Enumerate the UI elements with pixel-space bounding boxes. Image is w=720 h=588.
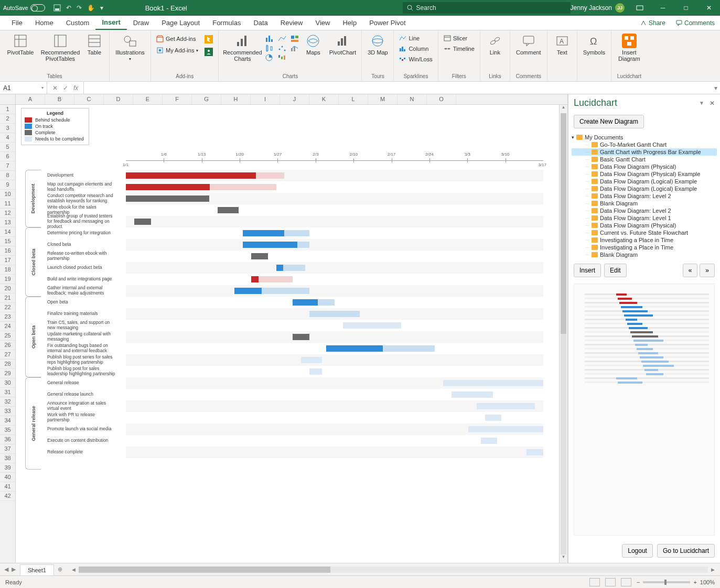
ribbon-display-icon[interactable] xyxy=(632,3,648,13)
document-item[interactable]: ⋯Gantt Chart with Progress Bar Example xyxy=(572,148,717,156)
taskpane-close-icon[interactable]: ✕ xyxy=(710,100,715,107)
name-box[interactable]: A1 ▾ xyxy=(0,82,47,94)
tree-root[interactable]: ▾ My Documents xyxy=(572,134,717,141)
prev-page-button[interactable]: « xyxy=(683,264,698,277)
people-graph-addin-icon[interactable] xyxy=(202,46,215,58)
gantt-bar[interactable] xyxy=(251,253,268,259)
waterfall-chart-icon[interactable] xyxy=(277,53,287,62)
pivotchart-button[interactable]: PivotChart xyxy=(327,31,358,56)
sparkline-column-button[interactable]: Column xyxy=(397,44,434,53)
cells-grid[interactable]: Legend Behind scheduleOn trackCompleteNe… xyxy=(16,105,559,563)
row-header[interactable]: 27 xyxy=(0,350,15,360)
sparkline-winloss-button[interactable]: Win/Loss xyxy=(397,55,434,64)
column-header[interactable]: E xyxy=(133,94,163,104)
user-account[interactable]: Jenny Jackson JJ xyxy=(571,3,625,13)
select-all-corner[interactable] xyxy=(0,94,16,104)
expand-formula-bar-icon[interactable]: ▾ xyxy=(712,82,720,94)
tab-file[interactable]: File xyxy=(5,16,29,30)
recommended-charts-button[interactable]: Recommended Charts xyxy=(222,31,263,62)
recommended-pivottables-button[interactable]: Recommended PivotTables xyxy=(40,31,81,62)
page-break-view-button[interactable] xyxy=(621,578,631,586)
gantt-bar[interactable] xyxy=(301,357,322,363)
row-header[interactable]: 29 xyxy=(0,369,15,378)
row-header[interactable]: 32 xyxy=(0,397,15,407)
pivottable-button[interactable]: PivotTable xyxy=(3,31,38,56)
document-item[interactable]: ⋯Blank Diagram xyxy=(572,200,717,207)
row-header[interactable]: 5 xyxy=(0,143,15,152)
gantt-bar[interactable] xyxy=(234,288,309,294)
row-header[interactable]: 4 xyxy=(0,133,15,143)
column-header[interactable]: A xyxy=(16,94,45,104)
formula-input[interactable] xyxy=(84,82,712,94)
logout-button[interactable]: Logout xyxy=(622,544,653,558)
column-header[interactable]: D xyxy=(104,94,133,104)
column-header[interactable]: O xyxy=(427,94,456,104)
sheet-nav-next-icon[interactable]: ▶ xyxy=(12,566,16,573)
row-header[interactable]: 41 xyxy=(0,482,15,492)
my-addins-button[interactable]: My Add-ins ▾ xyxy=(154,45,200,56)
row-header[interactable]: 11 xyxy=(0,199,15,209)
zoom-in-icon[interactable]: + xyxy=(693,579,696,585)
bing-maps-addin-icon[interactable] xyxy=(202,34,215,45)
column-header[interactable]: C xyxy=(74,94,104,104)
maps-button[interactable]: Maps xyxy=(302,31,325,56)
tab-home[interactable]: Home xyxy=(29,16,60,30)
document-item[interactable]: ⋯Data Flow Diagram (Logical) Example xyxy=(572,178,717,185)
gantt-bar[interactable] xyxy=(276,265,306,271)
tab-review[interactable]: Review xyxy=(274,16,309,30)
row-header[interactable]: 24 xyxy=(0,322,15,331)
row-header[interactable]: 8 xyxy=(0,171,15,180)
gantt-bar[interactable] xyxy=(526,449,543,455)
row-header[interactable]: 38 xyxy=(0,454,15,463)
3dmap-button[interactable]: 3D Map xyxy=(365,31,390,56)
gantt-bar[interactable] xyxy=(243,230,309,236)
document-item[interactable]: ⋯Data Flow Diagram: Level 2 xyxy=(572,207,717,214)
gantt-bar[interactable] xyxy=(443,380,543,386)
comment-button[interactable]: Comment xyxy=(513,31,544,56)
combo-chart-icon[interactable] xyxy=(290,44,299,52)
document-item[interactable]: ⋯Investigating a Place in Time xyxy=(572,244,717,251)
row-header[interactable]: 10 xyxy=(0,190,15,199)
tab-view[interactable]: View xyxy=(309,16,336,30)
row-header[interactable]: 40 xyxy=(0,473,15,482)
get-addins-button[interactable]: Get Add-ins xyxy=(154,34,200,44)
statistic-chart-icon[interactable] xyxy=(265,44,274,52)
line-chart-icon[interactable] xyxy=(277,35,287,43)
row-header[interactable]: 17 xyxy=(0,256,15,265)
hierarchy-chart-icon[interactable] xyxy=(290,35,299,43)
close-icon[interactable]: ✕ xyxy=(701,3,717,13)
horizontal-scrollbar[interactable]: ◀ ▶ xyxy=(67,563,720,575)
row-header[interactable]: 3 xyxy=(0,124,15,133)
row-header[interactable]: 28 xyxy=(0,360,15,369)
row-header[interactable]: 33 xyxy=(0,407,15,416)
new-sheet-button[interactable]: ⊕ xyxy=(54,563,67,575)
tab-help[interactable]: Help xyxy=(336,16,363,30)
row-header[interactable]: 19 xyxy=(0,275,15,284)
row-header[interactable]: 22 xyxy=(0,303,15,312)
row-header[interactable]: 14 xyxy=(0,227,15,237)
normal-view-button[interactable] xyxy=(589,578,600,586)
vscroll-thumb[interactable] xyxy=(561,113,566,334)
page-layout-view-button[interactable] xyxy=(605,578,616,586)
minimize-icon[interactable]: ─ xyxy=(655,3,671,13)
document-item[interactable]: ⋯Investigating a Place in Time xyxy=(572,236,717,244)
tab-data[interactable]: Data xyxy=(247,16,274,30)
document-item[interactable]: ⋯Data Flow Diagram: Level 2 xyxy=(572,192,717,200)
column-header[interactable]: L xyxy=(339,94,368,104)
document-item[interactable]: ⋯Data Flow Diagram: Level 1 xyxy=(572,214,717,222)
document-item[interactable]: ⋯Data Flow Diagram (Physical) xyxy=(572,163,717,170)
row-header[interactable]: 9 xyxy=(0,180,15,190)
column-header[interactable]: M xyxy=(368,94,397,104)
gantt-bar[interactable] xyxy=(126,195,209,202)
column-header[interactable]: G xyxy=(192,94,221,104)
maximize-icon[interactable]: □ xyxy=(678,3,694,13)
gantt-bar[interactable] xyxy=(477,403,535,409)
row-header[interactable]: 25 xyxy=(0,331,15,341)
search-box[interactable]: Search xyxy=(403,2,571,14)
text-button[interactable]: A Text xyxy=(551,31,574,56)
taskpane-options-icon[interactable]: ▼ xyxy=(699,100,704,106)
insert-button[interactable]: Insert xyxy=(574,264,601,277)
sparkline-line-button[interactable]: Line xyxy=(397,34,434,43)
zoom-control[interactable]: − + 100% xyxy=(637,579,715,585)
row-header[interactable]: 35 xyxy=(0,426,15,435)
